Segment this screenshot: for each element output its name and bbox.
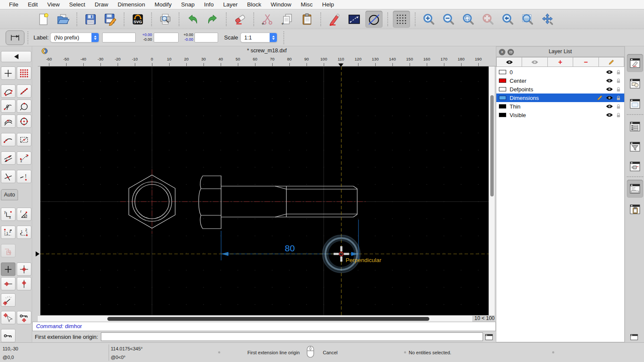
snap-relative-zero-button[interactable] bbox=[1, 311, 15, 324]
auto-snap-button[interactable]: Auto bbox=[1, 189, 18, 200]
line-tool-button[interactable] bbox=[346, 11, 363, 28]
menu-block[interactable]: Block bbox=[243, 0, 266, 9]
layer-visibility-toggle[interactable] bbox=[606, 95, 613, 100]
back-button[interactable] bbox=[1, 51, 31, 62]
layer-lock-toggle[interactable] bbox=[616, 78, 621, 84]
tolerance-lower-input[interactable] bbox=[194, 33, 218, 42]
dock-pen-palette-button[interactable] bbox=[627, 54, 643, 72]
grid-toggle-button[interactable] bbox=[393, 11, 410, 28]
snap-nearest-button[interactable] bbox=[1, 100, 15, 113]
lock-relative-zero-button[interactable] bbox=[17, 311, 31, 324]
tolerance-upper-input[interactable] bbox=[154, 33, 179, 42]
menu-dimension[interactable]: Dimension bbox=[113, 0, 150, 9]
menu-snap[interactable]: Snap bbox=[176, 0, 200, 9]
dock-widget-list-button[interactable] bbox=[627, 118, 643, 136]
snap-grid-button[interactable] bbox=[17, 66, 31, 80]
save-button[interactable] bbox=[82, 11, 99, 28]
snap-entity-button[interactable] bbox=[17, 100, 31, 113]
dock-plugins-button[interactable] bbox=[627, 157, 643, 175]
snap-free-button[interactable] bbox=[1, 66, 15, 80]
paste-button[interactable] bbox=[298, 11, 316, 28]
layer-visibility-toggle[interactable] bbox=[606, 104, 613, 109]
hide-all-layers-button[interactable] bbox=[522, 57, 547, 67]
layer-visibility-toggle[interactable] bbox=[606, 69, 613, 75]
snap-endpoints-button[interactable] bbox=[1, 84, 15, 98]
dimension-scale-select[interactable]: 1:1 bbox=[240, 33, 277, 42]
coordinate-polar-button[interactable]: ra bbox=[17, 208, 31, 221]
layer-row-0[interactable]: 0 bbox=[496, 68, 624, 76]
set-relative-zero-button[interactable] bbox=[17, 262, 31, 276]
dock-command-line-button[interactable] bbox=[627, 180, 643, 198]
layer-visibility-toggle[interactable] bbox=[606, 112, 613, 118]
menu-misc[interactable]: Misc bbox=[296, 0, 318, 9]
new-file-button[interactable] bbox=[35, 11, 52, 28]
cut-button[interactable]: + bbox=[259, 11, 276, 28]
angle-gauge-button[interactable] bbox=[1, 293, 15, 307]
order-corner-1-button[interactable]: 12 bbox=[1, 226, 15, 239]
menu-help[interactable]: Help bbox=[317, 0, 339, 9]
snap-distance-button[interactable] bbox=[1, 133, 15, 146]
horizontal-scrollbar[interactable] bbox=[38, 315, 474, 322]
layer-lock-toggle[interactable] bbox=[616, 69, 621, 75]
print-preview-button[interactable] bbox=[157, 11, 174, 28]
layer-row-visible[interactable]: Visible bbox=[496, 111, 624, 119]
dock-library-browser-button[interactable] bbox=[627, 95, 643, 113]
relative-zero-key-button[interactable] bbox=[1, 329, 15, 342]
crosshair-tool-button[interactable] bbox=[1, 262, 15, 276]
layer-row-thin[interactable]: Thin bbox=[496, 102, 624, 111]
zoom-out-button[interactable] bbox=[440, 11, 457, 28]
edit-layer-button[interactable] bbox=[599, 57, 624, 67]
order-corner-2-button[interactable]: 12 bbox=[17, 226, 31, 239]
dock-entity-filter-button[interactable] bbox=[627, 138, 643, 156]
menu-layer[interactable]: Layer bbox=[219, 0, 243, 9]
add-layer-button[interactable]: + bbox=[548, 57, 573, 67]
restrict-angle-2-button[interactable]: 12 bbox=[17, 151, 31, 165]
layer-color-swatch[interactable] bbox=[499, 96, 506, 100]
eraser-button[interactable] bbox=[231, 11, 249, 28]
zoom-auto-button[interactable] bbox=[460, 11, 477, 28]
menu-edit[interactable]: Edit bbox=[23, 0, 43, 9]
open-file-button[interactable] bbox=[55, 11, 72, 28]
restrict-angle-1-button[interactable] bbox=[1, 151, 15, 165]
horizontal-scrollbar-thumb[interactable] bbox=[107, 317, 429, 321]
save-as-button[interactable] bbox=[102, 11, 119, 28]
show-all-layers-button[interactable] bbox=[496, 57, 522, 67]
dock-clipboard-button[interactable] bbox=[627, 200, 643, 218]
vertical-scrollbar[interactable] bbox=[489, 66, 495, 315]
command-window-corner-button[interactable] bbox=[629, 332, 639, 341]
remove-layer-button[interactable]: − bbox=[573, 57, 598, 67]
layer-row-center[interactable]: Center bbox=[496, 76, 624, 85]
layer-color-swatch[interactable] bbox=[499, 113, 506, 117]
copy-button[interactable]: + bbox=[279, 11, 296, 28]
zoom-pan-button[interactable] bbox=[539, 11, 556, 28]
restrict-horizontal-button[interactable] bbox=[1, 277, 15, 290]
snap-intersection-button[interactable] bbox=[17, 133, 31, 146]
zoom-window-button[interactable] bbox=[519, 11, 536, 28]
layer-color-swatch[interactable] bbox=[499, 87, 506, 91]
dimension-horizontal-tool-button[interactable] bbox=[6, 30, 24, 45]
restrict-vertical-button[interactable] bbox=[17, 277, 31, 290]
dimension-label-input[interactable] bbox=[102, 33, 136, 42]
menu-draw[interactable]: Draw bbox=[90, 0, 113, 9]
snap-middle-button[interactable] bbox=[1, 115, 15, 128]
zoom-in-button[interactable] bbox=[420, 11, 437, 28]
circle-tool-button[interactable] bbox=[365, 11, 383, 28]
menu-select[interactable]: Select bbox=[64, 0, 90, 9]
coordinate-cartesian-button[interactable]: yx bbox=[1, 208, 15, 221]
layer-color-swatch[interactable] bbox=[499, 78, 506, 83]
redo-button[interactable] bbox=[204, 11, 221, 28]
menu-file[interactable]: File bbox=[4, 0, 23, 9]
layer-lock-toggle[interactable] bbox=[616, 104, 621, 109]
layer-visibility-toggle[interactable] bbox=[606, 78, 613, 83]
zoom-back-button[interactable] bbox=[499, 11, 516, 28]
menu-info[interactable]: Info bbox=[199, 0, 219, 9]
pen-edit-button[interactable] bbox=[326, 11, 343, 28]
drawing-canvas[interactable]: 80 Perpendi bbox=[40, 66, 489, 315]
layer-row-defpoints[interactable]: Defpoints bbox=[496, 85, 624, 94]
snap-center-button[interactable] bbox=[17, 115, 31, 128]
layer-visibility-toggle[interactable] bbox=[606, 87, 613, 92]
dock-block-list-button[interactable] bbox=[627, 75, 643, 93]
layer-color-swatch[interactable] bbox=[499, 104, 506, 109]
menu-view[interactable]: View bbox=[43, 0, 64, 9]
selection-tool-button[interactable] bbox=[1, 244, 15, 257]
